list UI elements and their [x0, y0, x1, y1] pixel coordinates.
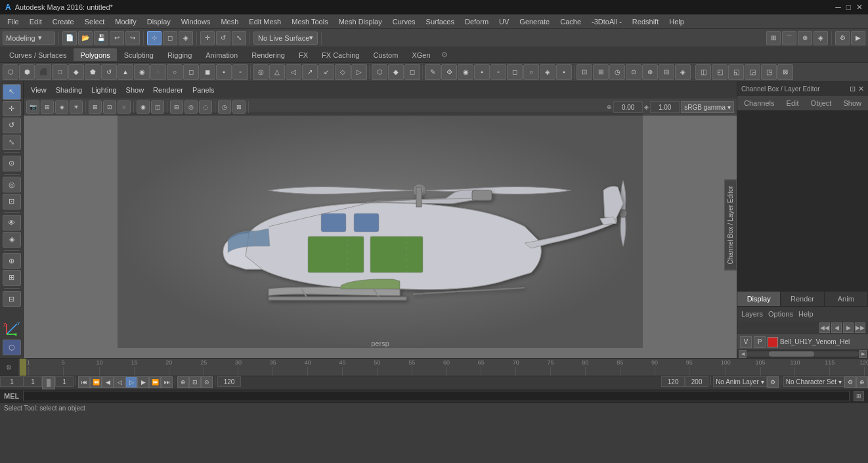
workspace-dropdown[interactable]: Modeling ▾ — [3, 32, 55, 45]
toolbar2-btn-38[interactable]: ⊡ — [576, 64, 592, 80]
menu-item-deform[interactable]: Deform — [460, 16, 493, 27]
menu-item-windows[interactable]: Windows — [177, 16, 215, 27]
play-forward-button[interactable]: ▷ — [125, 376, 137, 388]
toolbar2-btn-44[interactable]: ◈ — [675, 64, 691, 80]
shelf-settings-icon[interactable]: ⚙ — [438, 49, 451, 62]
shelf-tab-fx-caching[interactable]: FX Caching — [315, 49, 366, 61]
snap-grid-button[interactable]: ⊞ — [766, 31, 781, 45]
isolate-button[interactable]: ◈ — [3, 232, 21, 248]
menu-item-cache[interactable]: Cache — [555, 16, 586, 27]
toolbar2-btn-40[interactable]: ◷ — [609, 64, 625, 80]
menu-item-mesh-display[interactable]: Mesh Display — [334, 16, 387, 27]
toolbar2-btn-16[interactable]: ◎ — [253, 64, 269, 80]
toolbar2-btn-24[interactable]: ⬡ — [372, 64, 387, 80]
toolbar2-btn-18[interactable]: ◁ — [286, 64, 301, 80]
channel-box-vertical-tab[interactable]: Channel Box / Layer Editor — [724, 180, 737, 271]
vp-smooth-button[interactable]: ○ — [118, 100, 131, 114]
vp-colorspace-dropdown[interactable]: sRGB gamma ▾ — [681, 101, 734, 113]
channels-tab[interactable]: Channels — [741, 98, 777, 108]
layers-menu-item[interactable]: Layers — [741, 310, 763, 318]
save-file-button[interactable]: 💾 — [94, 31, 108, 45]
menu-item-modify[interactable]: Modify — [110, 16, 141, 27]
toolbar2-btn-12[interactable]: ◼ — [200, 64, 215, 80]
panel-float-button[interactable]: ⊡ — [850, 85, 856, 93]
render-settings-button[interactable]: ⚙ — [835, 31, 850, 45]
layer-next-button[interactable]: ▶ — [843, 322, 854, 333]
toolbar2-btn-2[interactable]: ⬛ — [35, 64, 51, 80]
toolbar2-btn-6[interactable]: ↺ — [101, 64, 117, 80]
toolbar2-btn-42[interactable]: ⊕ — [642, 64, 658, 80]
rotate-button[interactable]: ↺ — [3, 118, 21, 133]
open-file-button[interactable]: 📂 — [78, 31, 93, 45]
toolbar2-btn-14[interactable]: ▫ — [232, 64, 248, 80]
vp-gate-button[interactable]: ⊠ — [232, 100, 246, 114]
playhead[interactable] — [20, 358, 26, 376]
menu-item-uv[interactable]: UV — [494, 16, 513, 27]
scale-tool-button[interactable]: ⤡ — [232, 31, 246, 45]
vp-frame-button[interactable]: ⊞ — [41, 100, 54, 114]
char-set-settings[interactable]: ⚙ — [844, 376, 856, 388]
panels-menu[interactable]: Panels — [189, 85, 218, 95]
timeline-settings[interactable]: ⚙ — [0, 358, 18, 376]
live-surface-dropdown[interactable]: No Live Surface ▾ — [253, 32, 318, 45]
layer-last-button[interactable]: ▶▶ — [855, 322, 865, 333]
viewport-3d[interactable]: View Shading Lighting Show Renderer Pane… — [24, 81, 737, 358]
select-mode-button[interactable]: ↖ — [3, 84, 21, 100]
vp-grid-button[interactable]: ⊞ — [89, 100, 102, 114]
scroll-left-button[interactable]: ◀ — [739, 350, 747, 358]
menu-item-mesh[interactable]: Mesh — [216, 16, 243, 27]
show-menu[interactable]: Show — [123, 85, 148, 95]
timeline-ruler[interactable]: 1510152025303540455055606570758085909510… — [18, 358, 868, 376]
menu-item-help[interactable]: Help — [664, 16, 689, 27]
toolbar2-btn-43[interactable]: ⊟ — [659, 64, 674, 80]
total-frames-input[interactable] — [685, 376, 708, 387]
timeline[interactable]: ⚙ 15101520253035404550556065707580859095… — [0, 358, 868, 376]
toolbar2-btn-0[interactable]: ⬡ — [3, 64, 18, 80]
snap-surface-button[interactable]: ◈ — [814, 31, 828, 45]
shelf-tab-polygons[interactable]: Polygons — [74, 49, 116, 61]
show-tab[interactable]: Show — [840, 98, 864, 108]
menu-item--3dtoall--[interactable]: -3DtoAll - — [587, 16, 626, 27]
view-menu[interactable]: View — [28, 85, 50, 95]
scale-button[interactable]: ⤡ — [3, 135, 21, 150]
step-back-button[interactable]: ⏪ — [90, 376, 102, 388]
vp-lighting-button[interactable]: ☀ — [70, 100, 83, 114]
toolbar2-btn-5[interactable]: ⬟ — [85, 64, 100, 80]
toolbar2-btn-46[interactable]: ◫ — [695, 64, 711, 80]
shelf-tab-xgen[interactable]: XGen — [405, 49, 437, 61]
minimize-button[interactable]: ─ — [835, 3, 841, 12]
max-frame-input[interactable] — [661, 376, 685, 387]
toolbar2-btn-3[interactable]: □ — [52, 64, 68, 80]
snap-curve-button[interactable]: ⌒ — [782, 31, 796, 45]
shelf-tab-animation[interactable]: Animation — [199, 49, 244, 61]
object-tab[interactable]: Object — [808, 98, 835, 108]
toolbar2-btn-39[interactable]: ⊞ — [593, 64, 609, 80]
toolbar2-btn-47[interactable]: ◰ — [712, 64, 727, 80]
toolbar2-btn-35[interactable]: ◈ — [540, 64, 555, 80]
toolbar2-btn-11[interactable]: ◻ — [183, 64, 199, 80]
range-bar-handle[interactable] — [42, 376, 55, 389]
close-button[interactable]: ✕ — [856, 3, 863, 12]
menu-item-generate[interactable]: Generate — [515, 16, 554, 27]
lighting-menu[interactable]: Lighting — [88, 85, 120, 95]
start-frame-input[interactable] — [0, 376, 24, 387]
toolbar2-btn-36[interactable]: ▪ — [556, 64, 572, 80]
playback-start-input[interactable] — [55, 376, 74, 387]
toolbar2-btn-49[interactable]: ◲ — [745, 64, 760, 80]
snap-all-button[interactable]: ⬡ — [3, 340, 21, 355]
bookmark-button[interactable]: ⊟ — [3, 291, 21, 307]
shading-menu[interactable]: Shading — [53, 85, 85, 95]
translate-button[interactable]: ✛ — [3, 101, 21, 117]
vp-shading-button[interactable]: ◈ — [55, 100, 68, 114]
layer-visible-button[interactable]: V — [740, 336, 752, 348]
go-start-button[interactable]: ⏮ — [78, 376, 90, 388]
vp-camera-button[interactable]: 📷 — [26, 100, 39, 114]
renderer-menu[interactable]: Renderer — [150, 85, 186, 95]
redo-button[interactable]: ↪ — [125, 31, 140, 45]
toolbar2-btn-13[interactable]: ▪ — [216, 64, 232, 80]
menu-item-mesh-tools[interactable]: Mesh Tools — [287, 16, 332, 27]
rotate-tool-button[interactable]: ↺ — [216, 31, 230, 45]
toolbar2-btn-8[interactable]: ◉ — [134, 64, 150, 80]
menu-item-file[interactable]: File — [3, 16, 24, 27]
shelf-tab-curves-surfaces[interactable]: Curves / Surfaces — [3, 49, 73, 61]
